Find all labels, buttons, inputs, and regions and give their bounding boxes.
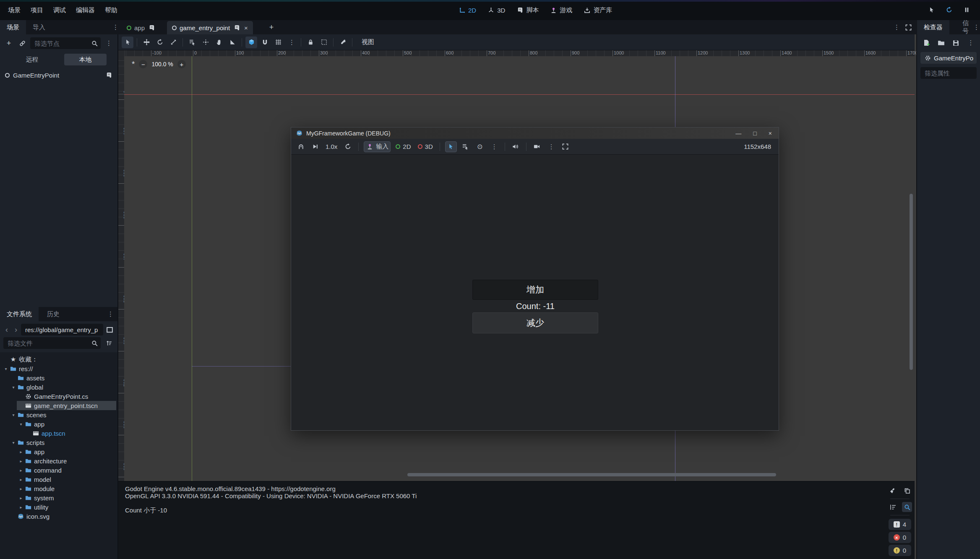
skeleton-options-button[interactable] <box>337 36 349 48</box>
toggle-split-mode-button[interactable] <box>104 324 115 335</box>
tab-import-dock[interactable]: 导入 <box>26 20 52 34</box>
center-view-icon[interactable]: * <box>132 60 135 69</box>
list-select-button[interactable] <box>460 141 471 152</box>
collapse-duplicates-button[interactable] <box>888 502 898 512</box>
file-filter-input[interactable] <box>8 340 90 347</box>
scene-tab-app[interactable]: app <box>122 21 160 34</box>
scene-tab-game_entry_point[interactable]: game_entry_point× <box>167 21 253 34</box>
pan-tool-button[interactable] <box>213 36 225 48</box>
file-tree-item-model[interactable]: ▸model <box>0 475 117 484</box>
scene-filter-input[interactable] <box>34 40 90 47</box>
context-script[interactable]: 脚本 <box>516 6 539 14</box>
tree-collapse-icon[interactable]: ▾ <box>10 385 17 390</box>
tab-inspector[interactable]: 检查器 <box>917 20 949 34</box>
snap-options-menu-button[interactable]: ⋮ <box>286 36 297 48</box>
move-tool-button[interactable] <box>141 36 152 48</box>
movie-maker-button[interactable] <box>532 141 542 152</box>
pick-mode-button[interactable] <box>445 141 457 152</box>
select-tool-button[interactable] <box>122 36 133 48</box>
menu-编辑器[interactable]: 编辑器 <box>71 5 99 16</box>
list-select-tool-button[interactable] <box>186 36 198 48</box>
rotate-tool-button[interactable] <box>154 36 166 48</box>
path-input[interactable] <box>25 326 100 333</box>
embed-options-menu[interactable]: ⋮ <box>546 141 557 152</box>
warning-count-badge[interactable]: !0 <box>889 545 911 556</box>
view-menu-button[interactable]: 视图 <box>358 38 378 46</box>
inspected-node[interactable]: GameEntryPoint.cs <box>920 52 977 64</box>
search-output-button[interactable] <box>902 502 912 512</box>
mute-audio-button[interactable] <box>510 141 521 152</box>
info-count-badge[interactable]: !4 <box>889 519 911 530</box>
script-icon[interactable] <box>105 71 112 79</box>
decrease-button[interactable]: 减少 <box>472 312 598 333</box>
speed-button[interactable]: 1.0x <box>324 141 339 152</box>
file-tree-item-game_entry_point.tscn[interactable]: game_entry_point.tscn <box>0 401 117 410</box>
tree-expand-icon[interactable]: ▸ <box>18 496 24 500</box>
resource-menu[interactable]: ⋮ <box>965 37 976 48</box>
horizontal-scrollbar[interactable] <box>407 473 776 476</box>
scene-tabs-menu[interactable]: ⋮ <box>110 22 121 33</box>
file-tree-item-global[interactable]: ▾global <box>0 382 117 392</box>
next-frame-button[interactable] <box>310 141 321 152</box>
input-mode-button[interactable]: 输入 <box>364 141 391 152</box>
file-tree-item-command[interactable]: ▸command <box>0 465 117 475</box>
grid-toggle-button[interactable] <box>272 36 284 48</box>
file-tree-item-收藏：[interactable]: ★收藏： <box>0 355 117 364</box>
file-tree-item-app.tscn[interactable]: app.tscn <box>0 429 117 438</box>
load-resource-button[interactable] <box>936 37 946 48</box>
pause-scene-button[interactable] <box>962 6 971 15</box>
expand-viewport-button[interactable] <box>903 22 914 33</box>
filesystem-menu[interactable]: ⋮ <box>105 309 116 320</box>
mode-2d-button[interactable]: 2D <box>394 141 412 152</box>
selection-options-menu[interactable]: ⋮ <box>489 141 500 152</box>
minimize-button[interactable]: — <box>735 130 741 137</box>
smart-snap-button[interactable] <box>245 36 257 48</box>
error-count-badge[interactable]: ×0 <box>889 532 911 543</box>
file-tree-item-scripts[interactable]: ▾scripts <box>0 438 117 447</box>
fullscreen-button[interactable] <box>560 141 571 152</box>
context-2d[interactable]: 2D <box>458 6 476 14</box>
file-tree-item-app[interactable]: ▸app <box>0 447 117 456</box>
maximize-button[interactable]: □ <box>753 130 756 137</box>
file-tree-item-app[interactable]: ▾app <box>0 419 117 429</box>
sort-files-button[interactable] <box>103 338 114 348</box>
file-tree-item-module[interactable]: ▸module <box>0 484 117 493</box>
editor-layout-menu[interactable]: ⋮ <box>891 22 902 33</box>
tree-collapse-icon[interactable]: ▾ <box>3 367 9 371</box>
zoom-in-button[interactable]: + <box>177 60 186 68</box>
nav-forward-icon[interactable]: › <box>12 325 20 334</box>
menu-调试[interactable]: 调试 <box>49 5 70 16</box>
remote-button[interactable]: 远程 <box>11 54 53 65</box>
context-3d[interactable]: 3D <box>487 6 505 14</box>
debug-break-button[interactable] <box>295 141 306 152</box>
group-selected-button[interactable] <box>318 36 330 48</box>
file-tree-item-system[interactable]: ▸system <box>0 493 117 502</box>
window-titlebar[interactable]: MyGFrameworkGame (DEBUG) —□× <box>291 127 779 139</box>
reload-button[interactable] <box>342 141 353 152</box>
file-tree-item-GameEntryPoint.cs[interactable]: GameEntryPoint.cs <box>0 392 117 401</box>
reload-project-button[interactable] <box>945 6 953 15</box>
tree-expand-icon[interactable]: ▸ <box>18 450 24 454</box>
menu-场景[interactable]: 场景 <box>3 5 25 16</box>
menu-帮助[interactable]: 帮助 <box>100 5 122 16</box>
tab-filesystem[interactable]: 文件系统 <box>0 307 39 321</box>
increase-button[interactable]: 增加 <box>472 280 598 300</box>
scene-dock-menu[interactable]: ⋮ <box>103 38 114 49</box>
close-button[interactable]: × <box>769 130 772 137</box>
tree-collapse-icon[interactable]: ▾ <box>18 422 24 426</box>
save-resource-button[interactable] <box>951 37 961 48</box>
lock-selected-button[interactable] <box>305 36 316 48</box>
tree-expand-icon[interactable]: ▸ <box>18 459 24 463</box>
mode-3d-button[interactable]: 3D <box>416 141 435 152</box>
new-resource-button[interactable] <box>921 37 932 48</box>
ruler-tool-button[interactable] <box>227 36 238 48</box>
file-tree-item-scenes[interactable]: ▾scenes <box>0 410 117 419</box>
zoom-out-button[interactable]: − <box>139 60 147 68</box>
camera-override-button[interactable]: ⊙ <box>474 141 485 152</box>
tab-scene-dock[interactable]: 场景 <box>0 20 26 34</box>
file-tree-item-icon.svg[interactable]: icon.svg <box>0 512 117 521</box>
tree-collapse-icon[interactable]: ▾ <box>10 413 17 417</box>
add-node-button[interactable]: + <box>3 38 14 49</box>
file-tree-item-architecture[interactable]: ▸architecture <box>0 456 117 465</box>
inspector-dock-menu[interactable]: ⋮ <box>971 22 980 33</box>
